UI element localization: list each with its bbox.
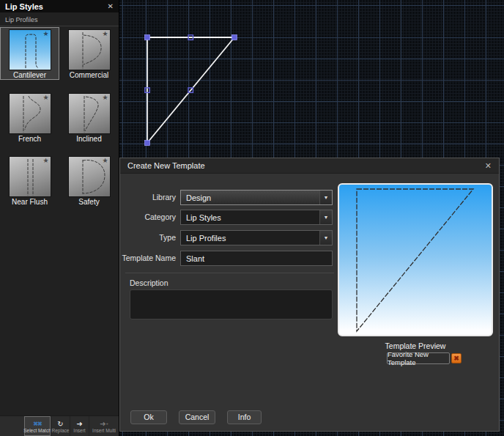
tile-cantilever[interactable]: ★ Cantilever — [0, 27, 59, 80]
favorite-star-icon: ★ — [42, 94, 48, 102]
library-dropdown[interactable]: Design ▼ — [180, 190, 333, 205]
template-preview-image — [338, 183, 493, 336]
template-preview-label: Template Preview — [338, 341, 493, 350]
tile-inclined[interactable]: ★ Inclined — [59, 91, 119, 143]
type-dropdown[interactable]: Lip Profiles ▼ — [180, 230, 333, 245]
tile-label: Safety — [59, 198, 119, 206]
insert-icon: ➜ — [76, 420, 82, 428]
panel-section-label: Lip Profiles — [0, 12, 119, 26]
tile-label: Inclined — [59, 135, 119, 143]
tile-commercial[interactable]: ★ Commercial — [59, 27, 119, 80]
favorite-new-template-button[interactable]: Favorite New Template — [387, 352, 450, 364]
chevron-down-icon[interactable]: ▼ — [319, 210, 332, 224]
tile-near-flush[interactable]: ★ Near Flush — [0, 154, 59, 206]
select-match-button[interactable]: ✖✖ Select Match — [24, 416, 51, 436]
vertex-handle[interactable] — [232, 35, 237, 40]
tile-thumbnail: ★ — [68, 156, 111, 197]
tile-label: Commercial — [59, 71, 119, 79]
replace-icon: ↻ — [57, 420, 63, 428]
favorite-star-icon: ★ — [102, 157, 108, 165]
insert-multi-icon: ➜+ — [100, 420, 108, 428]
category-dropdown[interactable]: Lip Styles ▼ — [180, 210, 333, 225]
favorite-remove-icon[interactable]: ✖ — [451, 353, 462, 363]
tile-thumbnail: ★ — [9, 156, 51, 197]
tile-label: French — [0, 135, 59, 143]
chevron-down-icon[interactable]: ▼ — [319, 231, 332, 245]
panel-footer-toolbar: ✖✖ Select Match ↻ Replace ➜ Insert ➜+ In… — [0, 415, 119, 436]
vertex-handle[interactable] — [145, 141, 150, 146]
cancel-button[interactable]: Cancel — [179, 410, 215, 424]
tile-label: Cantilever — [1, 71, 59, 79]
panel-titlebar: Lip Styles ✕ — [0, 0, 119, 12]
template-tiles: ★ Cantilever ★ Commercial ★ French — [0, 26, 119, 206]
divider — [125, 273, 334, 273]
ok-button[interactable]: Ok — [130, 410, 167, 424]
vertex-handle[interactable] — [145, 35, 150, 40]
favorite-star-icon: ★ — [102, 94, 108, 102]
description-label: Description — [130, 278, 168, 287]
close-icon[interactable]: ✕ — [485, 162, 492, 170]
dialog-titlebar[interactable]: Create New Template ✕ — [120, 158, 499, 174]
favorite-star-icon: ★ — [102, 30, 108, 38]
info-button[interactable]: Info — [227, 410, 262, 424]
insert-button[interactable]: ➜ Insert — [70, 416, 89, 436]
tile-thumbnail: ★ — [68, 93, 111, 134]
description-textarea[interactable] — [130, 289, 333, 319]
template-name-label: Template Name — [119, 251, 176, 266]
tile-thumbnail: ★ — [9, 29, 51, 70]
tile-thumbnail: ★ — [9, 93, 51, 134]
dialog-body: Library Design ▼ Category Lip Styles ▼ T… — [120, 174, 499, 431]
close-icon[interactable]: ✕ — [108, 3, 114, 10]
create-new-template-dialog: Create New Template ✕ Library Design ▼ C… — [119, 158, 500, 432]
chevron-down-icon[interactable]: ▼ — [319, 191, 332, 204]
library-label: Library — [119, 190, 176, 205]
select-match-icon: ✖✖ — [33, 420, 41, 428]
tile-french[interactable]: ★ French — [0, 91, 59, 143]
favorite-star-icon: ★ — [42, 30, 48, 38]
tile-safety[interactable]: ★ Safety — [59, 154, 119, 206]
category-label: Category — [119, 210, 176, 225]
dialog-title: Create New Template — [127, 161, 205, 170]
profile-shape-triangle[interactable] — [119, 0, 504, 158]
favorite-star-icon: ★ — [42, 157, 48, 165]
type-label: Type — [119, 230, 176, 245]
template-name-input[interactable] — [180, 251, 333, 266]
lip-styles-panel: Lip Styles ✕ Lip Profiles ★ Cantilever ★… — [0, 0, 119, 436]
tile-label: Near Flush — [0, 198, 59, 206]
panel-title: Lip Styles — [5, 2, 43, 11]
insert-multi-button[interactable]: ➜+ Insert Multi — [89, 416, 119, 436]
replace-button[interactable]: ↻ Replace — [51, 416, 70, 436]
tile-thumbnail: ★ — [68, 29, 111, 70]
